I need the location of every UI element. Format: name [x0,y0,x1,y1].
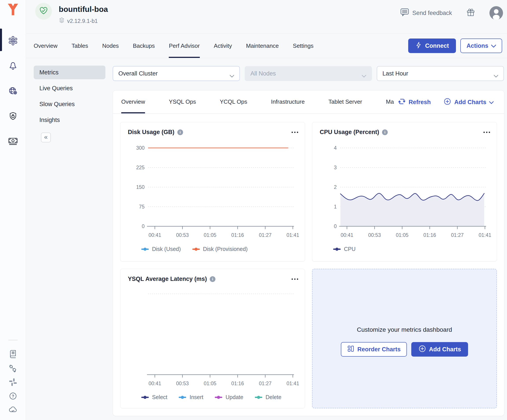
security-shield-icon [8,111,18,122]
chart-title: Disk Usage (GB) [128,129,175,135]
cluster-scope-select[interactable]: Overall Cluster [113,66,240,81]
collapse-sidenav-button[interactable]: « [41,133,51,142]
rail-item-security[interactable] [0,111,26,122]
svg-text:225: 225 [136,165,145,170]
yugabyte-logo[interactable] [6,3,20,16]
customize-add-charts-button[interactable]: Add Charts [411,342,468,357]
help-icon: ? [8,392,18,401]
metrics-panel: OverviewYSQL OpsYCQL OpsInfrastructureTa… [113,90,504,416]
refresh-button[interactable]: Refresh [398,98,431,107]
legend-item-disk-provisioned[interactable]: Disk (Provisioned) [192,246,248,252]
legend-marker-icon [141,397,149,398]
rail-item-alerts[interactable] [0,61,26,71]
user-avatar[interactable] [489,6,503,20]
legend-item-insert[interactable]: Insert [179,394,203,400]
plus-circle-icon [444,98,451,107]
legend-item-update[interactable]: Update [215,394,243,400]
lightning-icon [415,42,422,50]
legend-marker-icon [141,249,149,250]
chart-legend: Disk (Used)Disk (Provisioned) [141,246,247,252]
tab-nodes[interactable]: Nodes [102,34,119,58]
metrics-tabbar: OverviewYSQL OpsYCQL OpsInfrastructureTa… [113,91,504,114]
svg-text:01:41: 01:41 [287,232,299,238]
feedback-bubble-icon [400,8,409,19]
subnav-item-metrics[interactable]: Metrics [34,66,106,79]
reorder-charts-button[interactable]: Reorder Charts [341,342,407,357]
info-icon[interactable]: i [382,129,388,135]
tab-overview[interactable]: Overview [34,34,57,58]
docs-book-icon [8,349,18,360]
slack-icon [9,378,17,387]
legend-item-select[interactable]: Select [141,394,167,400]
send-feedback-button[interactable]: Send feedback [400,8,452,19]
svg-text:150: 150 [136,184,145,190]
metrics-tab-actions: Refresh Add Charts [398,91,493,114]
rail-item-integrations[interactable] [0,364,26,374]
connect-label: Connect [425,43,449,49]
legend-item-cpu[interactable]: CPU [333,246,356,252]
send-feedback-label: Send feedback [412,10,452,16]
rail-item-cloud-status[interactable] [0,405,26,415]
actions-button[interactable]: Actions [460,38,502,53]
info-icon[interactable]: i [210,276,215,282]
tab-backups[interactable]: Backups [133,34,155,58]
integrations-plug-icon [8,364,18,374]
metrics-tab-mas[interactable]: Mas [386,91,394,113]
disk-usage-chart[interactable]: 30022515075000:4100:5301:0501:1601:2701:… [120,122,305,262]
svg-text:?: ? [12,394,14,399]
customize-buttons: Reorder Charts Add Charts [341,342,468,357]
primary-tabbar: OverviewTablesNodesBackupsPerf AdvisorAc… [26,34,507,58]
subnav-item-insights[interactable]: Insights [34,113,106,127]
add-charts-button[interactable]: Add Charts [444,98,493,107]
gift-button[interactable] [466,8,475,18]
subnav-item-live-queries[interactable]: Live Queries [34,81,106,95]
chart-card-header: CPU Usage (Percent) i [320,129,491,135]
svg-text:01:16: 01:16 [231,381,244,386]
cpu-usage-chart[interactable]: 4321000:4100:5301:0501:1601:2701:41 [312,122,497,262]
gift-icon [466,8,475,18]
rail-item-slack[interactable] [0,378,26,387]
ysql-latency-chart[interactable]: 00:4100:5301:0501:1601:2701:41 [120,269,305,409]
svg-text:00:53: 00:53 [176,381,189,386]
subnav-item-slow-queries[interactable]: Slow Queries [34,97,106,111]
chart-legend: SelectInsertUpdateDelete [141,394,282,400]
legend-marker-icon [192,249,200,250]
legend-item-disk-used[interactable]: Disk (Used) [141,246,181,252]
metrics-tab-ysql-ops[interactable]: YSQL Ops [169,91,196,113]
tab-perf-advisor[interactable]: Perf Advisor [169,34,200,58]
tab-activity[interactable]: Activity [214,34,232,58]
rail-item-network[interactable] [0,86,26,97]
metrics-tab-ycql-ops[interactable]: YCQL Ops [220,91,247,113]
tab-maintenance[interactable]: Maintenance [246,34,279,58]
legend-item-delete[interactable]: Delete [255,394,282,400]
rail-item-docs[interactable] [0,349,26,360]
chart-menu-button[interactable] [291,130,299,135]
rail-item-clusters[interactable] [0,36,26,46]
chart-menu-button[interactable] [483,130,491,135]
metrics-tab-overview[interactable]: Overview [121,91,145,113]
svg-text:01:16: 01:16 [231,232,244,238]
customize-add-charts-label: Add Charts [429,346,461,353]
billing-icon [8,136,18,147]
metrics-tab-infrastructure[interactable]: Infrastructure [271,91,304,113]
time-range-select[interactable]: Last Hour [377,66,504,81]
connect-button[interactable]: Connect [408,38,456,53]
info-icon[interactable]: i [177,129,183,135]
tab-tables[interactable]: Tables [71,34,88,58]
primary-tabs: OverviewTablesNodesBackupsPerf AdvisorAc… [34,34,314,58]
charts-grid: 30022515075000:4100:5301:0501:1601:2701:… [120,122,497,408]
header-actions: Send feedback [400,6,503,20]
rail-item-billing[interactable] [0,136,26,147]
rail-item-help[interactable]: ? [0,392,26,401]
health-badge [35,3,52,20]
tab-settings[interactable]: Settings [293,34,314,58]
chart-menu-button[interactable] [291,277,299,282]
main-area: bountiful-boa v2.12.9.1-b1 [26,0,507,420]
svg-text:75: 75 [139,204,145,210]
notifications-bell-icon [8,61,18,71]
metrics-tab-tablet-server[interactable]: Tablet Server [329,91,362,113]
svg-text:01:27: 01:27 [259,381,272,386]
cluster-header: bountiful-boa v2.12.9.1-b1 [26,0,507,34]
legend-label: Delete [266,394,282,400]
svg-text:01:27: 01:27 [451,232,464,238]
